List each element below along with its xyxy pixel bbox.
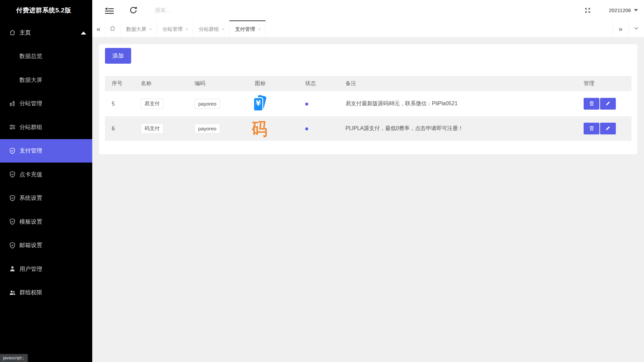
topbar: 20211206 <box>92 0 644 20</box>
scroll-right-icon: » <box>619 25 623 33</box>
sidebar-item-label: 用户管理 <box>19 265 42 273</box>
sidebar-item-data-screen[interactable]: 数据大屏 <box>0 68 92 92</box>
trash-icon <box>589 125 594 132</box>
app-title: 付费进群系统5.2版 <box>0 0 92 21</box>
sidebar-item-template-settings[interactable]: 模板设置 <box>0 210 92 234</box>
scroll-left-icon: « <box>97 25 101 33</box>
table-row: 5 易支付 payoreo ¥ <box>105 91 632 116</box>
close-icon[interactable]: × <box>258 27 261 32</box>
user-dropdown[interactable]: 20211206 <box>609 7 639 13</box>
pencil-icon <box>605 126 610 132</box>
row-actions <box>584 98 632 110</box>
sidebar-item-substation-manage[interactable]: 分站管理 <box>0 92 92 116</box>
caret-down-icon <box>634 9 638 11</box>
sidebar-item-label: 数据总览 <box>19 52 42 60</box>
sidebar-item-user-manage[interactable]: 用户管理 <box>0 257 92 281</box>
search-input[interactable] <box>155 7 296 13</box>
cell-remark: 易支付最新版源码88元，联系微信：PliPla0521 <box>339 91 577 116</box>
column-header: 名称 <box>134 76 188 91</box>
row-actions <box>584 123 632 134</box>
app-root: 付费进群系统5.2版 主页 数据总览 数据大屏 分站管理 <box>0 0 644 362</box>
main-area: 20211206 « 数据大屏 × 分站管理 × 分站群组 × <box>92 0 644 362</box>
sidebar-item-email-settings[interactable]: 邮箱设置 <box>0 234 92 257</box>
sidebar-item-label: 点卡充值 <box>19 171 42 178</box>
tab-bar: « 数据大屏 × 分站管理 × 分站群组 × 支付管理 × <box>92 20 644 38</box>
menu-fold-icon[interactable] <box>105 7 114 14</box>
svg-text:¥: ¥ <box>256 99 261 107</box>
tab-label: 分站管理 <box>162 26 182 33</box>
user-icon <box>9 265 16 273</box>
tab-home[interactable] <box>105 20 120 37</box>
column-header: 图标 <box>248 76 299 91</box>
sidebar-item-system-settings[interactable]: 系统设置 <box>0 186 92 210</box>
code-tag: payoreo <box>195 124 220 133</box>
sidebar-item-group-permissions[interactable]: 群组权限 <box>0 281 92 305</box>
shield-check-icon <box>9 242 16 249</box>
chevron-down-icon <box>633 25 639 33</box>
trash-icon <box>589 101 594 107</box>
pencil-icon <box>605 101 610 107</box>
tab-payment-manage[interactable]: 支付管理 × <box>229 20 266 37</box>
status-dot <box>305 127 308 130</box>
tab-substation-manage[interactable]: 分站管理 × <box>157 20 193 37</box>
close-icon[interactable]: × <box>222 27 224 32</box>
column-header: 管理 <box>577 76 632 91</box>
cell-id: 6 <box>105 116 134 141</box>
sidebar-item-label: 支付管理 <box>19 147 42 155</box>
tab-label: 数据大屏 <box>126 26 146 33</box>
table-header-row: 序号 名称 编码 图标 状态 备注 管理 <box>105 76 632 91</box>
table-row: 6 码支付 payoreo 码 PLIPLA源支付，最低0费率，点击申请即可注册… <box>105 116 632 141</box>
sidebar-item-label: 分站管理 <box>19 100 42 107</box>
sidebar-item-data-overview[interactable]: 数据总览 <box>0 45 92 68</box>
sidebar-item-label: 系统设置 <box>19 194 42 202</box>
name-tag: 易支付 <box>141 99 163 109</box>
sidebar-item-card-recharge[interactable]: 点卡充值 <box>0 163 92 186</box>
sidebar: 付费进群系统5.2版 主页 数据总览 数据大屏 分站管理 <box>0 0 92 362</box>
shield-check-icon <box>9 218 16 225</box>
mapay-logo-icon: 码 <box>251 120 268 137</box>
delete-button[interactable] <box>584 98 599 110</box>
cell-id: 5 <box>105 91 134 116</box>
sidebar-item-label: 邮箱设置 <box>19 241 42 249</box>
tabs-scroll-right-button[interactable]: » <box>612 20 628 37</box>
sidebar-item-label: 数据大屏 <box>19 76 42 84</box>
home-icon <box>9 29 16 36</box>
caret-up-icon <box>81 32 86 35</box>
shield-check-icon <box>9 147 16 155</box>
content-area: 添加 序号 名称 编码 图标 状态 备注 <box>92 38 644 362</box>
cell-remark: PLIPLA源支付，最低0费率，点击申请即可注册！ <box>339 116 577 141</box>
tab-substation-groups[interactable]: 分站群组 × <box>193 20 229 37</box>
sidebar-item-home[interactable]: 主页 <box>0 21 92 45</box>
tab-label: 支付管理 <box>235 26 255 33</box>
username-label: 20211206 <box>609 7 631 13</box>
sidebar-menu: 主页 数据总览 数据大屏 分站管理 分站群组 <box>0 21 92 304</box>
tab-data-screen[interactable]: 数据大屏 × <box>120 20 157 37</box>
sidebar-item-label: 群组权限 <box>19 289 42 296</box>
sidebar-item-label: 分站群组 <box>19 123 42 131</box>
close-icon[interactable]: × <box>185 27 188 32</box>
home-icon <box>109 25 116 33</box>
shield-check-icon <box>9 171 16 178</box>
status-tooltip: javascript:; <box>0 354 28 362</box>
sidebar-item-label: 模板设置 <box>19 218 42 226</box>
column-header: 状态 <box>299 76 339 91</box>
sidebar-item-payment-manage[interactable]: 支付管理 <box>0 139 92 163</box>
fullscreen-icon[interactable] <box>584 7 591 14</box>
sidebar-item-substation-groups[interactable]: 分站群组 <box>0 115 92 139</box>
edit-button[interactable] <box>600 98 616 110</box>
add-button[interactable]: 添加 <box>105 48 131 64</box>
close-icon[interactable]: × <box>149 27 152 32</box>
delete-button[interactable] <box>584 123 599 134</box>
column-header: 序号 <box>105 76 134 91</box>
name-tag: 码支付 <box>141 123 163 134</box>
refresh-icon[interactable] <box>129 6 138 14</box>
status-dot <box>305 103 308 106</box>
tabs-scroll-left-button[interactable]: « <box>92 20 105 37</box>
payment-card-icon: ¥ <box>251 95 268 113</box>
sidebar-item-label: 主页 <box>19 29 31 37</box>
users-icon <box>9 289 16 296</box>
code-tag: payoreo <box>195 99 220 109</box>
tabs-menu-button[interactable] <box>628 20 644 37</box>
edit-button[interactable] <box>600 123 616 134</box>
payment-table: 序号 名称 编码 图标 状态 备注 管理 5 易支付 <box>105 76 632 141</box>
